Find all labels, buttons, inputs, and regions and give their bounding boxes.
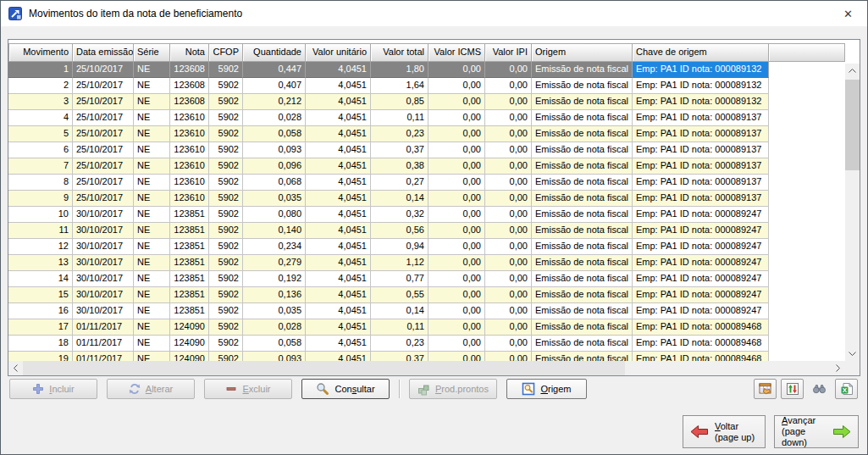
cell-serie[interactable]: NE — [134, 287, 170, 303]
cell-cfop[interactable]: 5902 — [209, 303, 243, 319]
cell-serie[interactable]: NE — [134, 110, 170, 126]
cell-valor_icms[interactable]: 0,00 — [428, 158, 485, 175]
cell-nota[interactable]: 124090 — [170, 336, 209, 352]
cell-origem[interactable]: Emissão de nota fiscal — [532, 142, 633, 158]
column-header-chave_de_origem[interactable]: Chave de origem — [633, 43, 769, 62]
cell-valor_total[interactable]: 1,12 — [371, 255, 428, 271]
scroll-right-button[interactable] — [831, 361, 845, 375]
cell-valor_icms[interactable]: 0,00 — [428, 175, 485, 191]
table-row[interactable]: 1330/10/2017NE12385159020,2794,04511,120… — [8, 255, 845, 271]
excel-export-button[interactable]: X — [835, 379, 858, 399]
cell-data_emissao[interactable]: 25/10/2017 — [73, 62, 134, 78]
cell-nota[interactable]: 123610 — [170, 142, 209, 158]
cell-chave_de_origem[interactable]: Emp: PA1 ID nota: 000089132 — [633, 94, 769, 110]
cell-chave_de_origem[interactable]: Emp: PA1 ID nota: 000089468 — [633, 352, 769, 361]
cell-movimento[interactable]: 11 — [8, 223, 73, 239]
cell-chave_de_origem[interactable]: Emp: PA1 ID nota: 000089247 — [633, 223, 769, 239]
cell-origem[interactable]: Emissão de nota fiscal — [532, 352, 633, 361]
cell-valor_total[interactable]: 1,64 — [371, 78, 428, 94]
horizontal-scrollbar[interactable] — [8, 361, 845, 375]
cell-serie[interactable]: NE — [134, 94, 170, 110]
voltar-button[interactable]: Voltar (page up) — [683, 415, 766, 448]
cell-valor_total[interactable]: 0,38 — [371, 158, 428, 175]
cell-valor_unitario[interactable]: 4,0451 — [306, 319, 371, 336]
scroll-down-button[interactable] — [845, 347, 860, 361]
horizontal-scroll-thumb[interactable] — [23, 361, 625, 375]
cell-serie[interactable]: NE — [134, 175, 170, 191]
cell-valor_unitario[interactable]: 4,0451 — [306, 255, 371, 271]
cell-valor_icms[interactable]: 0,00 — [428, 352, 485, 361]
cell-chave_de_origem[interactable]: Emp: PA1 ID nota: 000089468 — [633, 336, 769, 352]
cell-valor_ipi[interactable]: 0,00 — [485, 336, 532, 352]
cell-origem[interactable]: Emissão de nota fiscal — [532, 94, 633, 110]
cell-origem[interactable]: Emissão de nota fiscal — [532, 239, 633, 255]
table-row[interactable]: 1230/10/2017NE12385159020,2344,04510,940… — [8, 239, 845, 255]
cell-origem[interactable]: Emissão de nota fiscal — [532, 287, 633, 303]
cell-valor_unitario[interactable]: 4,0451 — [306, 142, 371, 158]
scroll-up-button[interactable] — [845, 64, 860, 78]
cell-valor_ipi[interactable]: 0,00 — [485, 303, 532, 319]
cell-data_emissao[interactable]: 30/10/2017 — [73, 255, 134, 271]
cell-valor_total[interactable]: 0,32 — [371, 207, 428, 223]
close-button[interactable]: ✕ — [829, 1, 867, 26]
cell-cfop[interactable]: 5902 — [209, 158, 243, 175]
column-header-movimento[interactable]: Movimento — [8, 43, 73, 62]
cell-valor_ipi[interactable]: 0,00 — [485, 223, 532, 239]
cell-valor_total[interactable]: 0,94 — [371, 239, 428, 255]
cell-data_emissao[interactable]: 25/10/2017 — [73, 78, 134, 94]
cell-valor_unitario[interactable]: 4,0451 — [306, 158, 371, 175]
cell-movimento[interactable]: 12 — [8, 239, 73, 255]
cell-cfop[interactable]: 5902 — [209, 175, 243, 191]
cell-cfop[interactable]: 5902 — [209, 207, 243, 223]
cell-chave_de_origem[interactable]: Emp: PA1 ID nota: 000089132 — [633, 62, 769, 78]
cell-valor_unitario[interactable]: 4,0451 — [306, 239, 371, 255]
cell-nota[interactable]: 123610 — [170, 191, 209, 207]
cell-movimento[interactable]: 8 — [8, 175, 73, 191]
cell-valor_unitario[interactable]: 4,0451 — [306, 352, 371, 361]
cell-valor_ipi[interactable]: 0,00 — [485, 94, 532, 110]
cell-origem[interactable]: Emissão de nota fiscal — [532, 110, 633, 126]
cell-chave_de_origem[interactable]: Emp: PA1 ID nota: 000089247 — [633, 207, 769, 223]
cell-data_emissao[interactable]: 30/10/2017 — [73, 287, 134, 303]
cell-valor_unitario[interactable]: 4,0451 — [306, 336, 371, 352]
cell-valor_ipi[interactable]: 0,00 — [485, 207, 532, 223]
cell-movimento[interactable]: 7 — [8, 158, 73, 175]
cell-data_emissao[interactable]: 30/10/2017 — [73, 223, 134, 239]
cell-cfop[interactable]: 5902 — [209, 191, 243, 207]
cell-data_emissao[interactable]: 25/10/2017 — [73, 94, 134, 110]
table-row[interactable]: 325/10/2017NE12360859020,2124,04510,850,… — [8, 94, 845, 110]
cell-chave_de_origem[interactable]: Emp: PA1 ID nota: 000089137 — [633, 142, 769, 158]
cell-cfop[interactable]: 5902 — [209, 142, 243, 158]
cell-origem[interactable]: Emissão de nota fiscal — [532, 158, 633, 175]
cell-quantidade[interactable]: 0,028 — [243, 110, 306, 126]
cell-quantidade[interactable]: 0,080 — [243, 207, 306, 223]
cell-origem[interactable]: Emissão de nota fiscal — [532, 336, 633, 352]
cell-serie[interactable]: NE — [134, 239, 170, 255]
cell-data_emissao[interactable]: 01/11/2017 — [73, 319, 134, 336]
cell-origem[interactable]: Emissão de nota fiscal — [532, 62, 633, 78]
cell-quantidade[interactable]: 0,136 — [243, 287, 306, 303]
cell-quantidade[interactable]: 0,279 — [243, 255, 306, 271]
cell-chave_de_origem[interactable]: Emp: PA1 ID nota: 000089468 — [633, 319, 769, 336]
cell-quantidade[interactable]: 0,096 — [243, 158, 306, 175]
column-header-nota[interactable]: Nota — [170, 43, 209, 62]
cell-valor_icms[interactable]: 0,00 — [428, 110, 485, 126]
cell-chave_de_origem[interactable]: Emp: PA1 ID nota: 000089132 — [633, 78, 769, 94]
table-row[interactable]: 425/10/2017NE12361059020,0284,04510,110,… — [8, 110, 845, 126]
cell-nota[interactable]: 123851 — [170, 303, 209, 319]
cell-valor_unitario[interactable]: 4,0451 — [306, 175, 371, 191]
cell-nota[interactable]: 123610 — [170, 158, 209, 175]
cell-valor_unitario[interactable]: 4,0451 — [306, 78, 371, 94]
table-row[interactable]: 1430/10/2017NE12385159020,1924,04510,770… — [8, 271, 845, 287]
cell-serie[interactable]: NE — [134, 158, 170, 175]
cell-origem[interactable]: Emissão de nota fiscal — [532, 271, 633, 287]
cell-valor_icms[interactable]: 0,00 — [428, 191, 485, 207]
cell-serie[interactable]: NE — [134, 319, 170, 336]
table-row[interactable]: 1630/10/2017NE12385159020,0354,04510,140… — [8, 303, 845, 319]
cell-serie[interactable]: NE — [134, 78, 170, 94]
cell-data_emissao[interactable]: 25/10/2017 — [73, 175, 134, 191]
cell-valor_total[interactable]: 0,11 — [371, 110, 428, 126]
cell-data_emissao[interactable]: 25/10/2017 — [73, 110, 134, 126]
incluir-button[interactable]: Incluir — [9, 379, 97, 399]
cell-valor_unitario[interactable]: 4,0451 — [306, 303, 371, 319]
